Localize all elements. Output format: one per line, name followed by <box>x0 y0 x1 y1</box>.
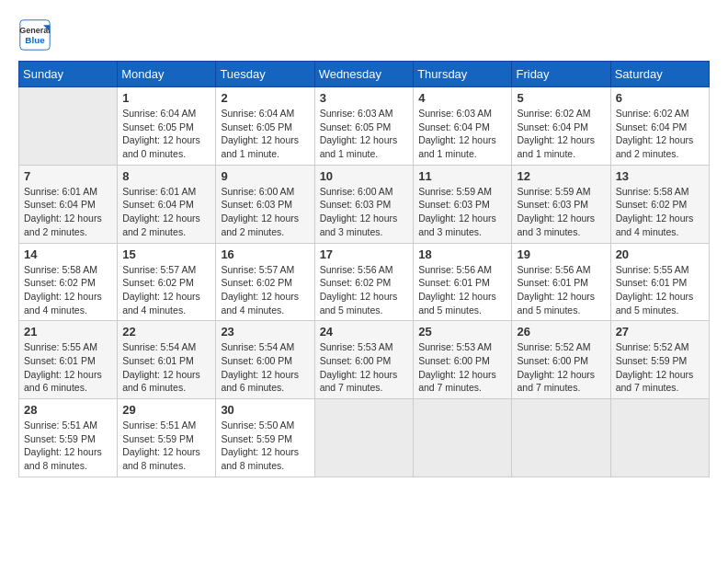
col-header-friday: Friday <box>512 62 610 87</box>
day-number: 27 <box>616 325 704 339</box>
day-info: Sunrise: 5:58 AM Sunset: 6:02 PM Dayligh… <box>24 263 112 317</box>
day-number: 16 <box>221 247 309 261</box>
day-info: Sunrise: 5:56 AM Sunset: 6:01 PM Dayligh… <box>517 263 605 317</box>
calendar-cell: 14Sunrise: 5:58 AM Sunset: 6:02 PM Dayli… <box>19 243 118 321</box>
day-number: 20 <box>616 247 704 261</box>
day-info: Sunrise: 5:58 AM Sunset: 6:02 PM Dayligh… <box>616 185 704 239</box>
svg-text:Blue: Blue <box>25 35 45 45</box>
calendar-cell <box>414 399 512 477</box>
calendar-cell: 26Sunrise: 5:52 AM Sunset: 6:00 PM Dayli… <box>512 321 610 399</box>
calendar-cell: 13Sunrise: 5:58 AM Sunset: 6:02 PM Dayli… <box>610 165 709 243</box>
day-number: 9 <box>221 169 309 183</box>
day-number: 11 <box>418 169 506 183</box>
calendar-table: SundayMondayTuesdayWednesdayThursdayFrid… <box>18 61 710 477</box>
day-number: 6 <box>616 91 704 105</box>
week-row-1: 1Sunrise: 6:04 AM Sunset: 6:05 PM Daylig… <box>19 87 710 166</box>
day-number: 29 <box>122 403 210 417</box>
day-number: 23 <box>221 325 309 339</box>
day-number: 14 <box>24 247 112 261</box>
calendar-cell: 27Sunrise: 5:52 AM Sunset: 5:59 PM Dayli… <box>610 321 709 399</box>
day-info: Sunrise: 6:00 AM Sunset: 6:03 PM Dayligh… <box>320 185 409 239</box>
calendar-cell: 2Sunrise: 6:04 AM Sunset: 6:05 PM Daylig… <box>216 87 314 166</box>
day-info: Sunrise: 6:01 AM Sunset: 6:04 PM Dayligh… <box>24 185 112 239</box>
day-number: 30 <box>221 403 309 417</box>
col-header-sunday: Sunday <box>19 62 118 87</box>
col-header-tuesday: Tuesday <box>216 62 314 87</box>
calendar-cell: 28Sunrise: 5:51 AM Sunset: 5:59 PM Dayli… <box>19 399 118 477</box>
day-number: 25 <box>418 325 506 339</box>
calendar-cell: 5Sunrise: 6:02 AM Sunset: 6:04 PM Daylig… <box>512 87 610 166</box>
week-row-5: 28Sunrise: 5:51 AM Sunset: 5:59 PM Dayli… <box>19 399 710 477</box>
day-info: Sunrise: 5:57 AM Sunset: 6:02 PM Dayligh… <box>122 263 210 317</box>
col-header-saturday: Saturday <box>610 62 709 87</box>
day-number: 13 <box>616 169 704 183</box>
day-number: 17 <box>320 247 409 261</box>
day-info: Sunrise: 6:04 AM Sunset: 6:05 PM Dayligh… <box>221 107 309 161</box>
calendar-cell <box>610 399 709 477</box>
page-header: General Blue <box>18 18 710 52</box>
calendar-cell: 1Sunrise: 6:04 AM Sunset: 6:05 PM Daylig… <box>118 87 216 166</box>
day-info: Sunrise: 5:53 AM Sunset: 6:00 PM Dayligh… <box>320 340 409 395</box>
day-info: Sunrise: 5:55 AM Sunset: 6:01 PM Dayligh… <box>616 263 704 317</box>
day-number: 2 <box>221 91 309 105</box>
week-row-2: 7Sunrise: 6:01 AM Sunset: 6:04 PM Daylig… <box>19 165 710 243</box>
day-info: Sunrise: 5:51 AM Sunset: 5:59 PM Dayligh… <box>122 419 210 473</box>
day-number: 4 <box>418 91 506 105</box>
calendar-header-row: SundayMondayTuesdayWednesdayThursdayFrid… <box>19 62 710 87</box>
day-info: Sunrise: 5:54 AM Sunset: 6:01 PM Dayligh… <box>122 340 210 395</box>
day-number: 5 <box>517 91 605 105</box>
calendar-cell: 15Sunrise: 5:57 AM Sunset: 6:02 PM Dayli… <box>118 243 216 321</box>
day-number: 1 <box>122 91 210 105</box>
calendar-cell: 20Sunrise: 5:55 AM Sunset: 6:01 PM Dayli… <box>610 243 709 321</box>
day-info: Sunrise: 5:50 AM Sunset: 5:59 PM Dayligh… <box>221 419 309 473</box>
calendar-cell: 24Sunrise: 5:53 AM Sunset: 6:00 PM Dayli… <box>314 321 414 399</box>
calendar-cell: 18Sunrise: 5:56 AM Sunset: 6:01 PM Dayli… <box>414 243 512 321</box>
day-info: Sunrise: 5:52 AM Sunset: 6:00 PM Dayligh… <box>517 340 605 395</box>
day-number: 28 <box>24 403 112 417</box>
week-row-4: 21Sunrise: 5:55 AM Sunset: 6:01 PM Dayli… <box>19 321 710 399</box>
col-header-wednesday: Wednesday <box>314 62 414 87</box>
day-number: 12 <box>517 169 605 183</box>
calendar-cell: 3Sunrise: 6:03 AM Sunset: 6:05 PM Daylig… <box>314 87 414 166</box>
calendar-cell: 10Sunrise: 6:00 AM Sunset: 6:03 PM Dayli… <box>314 165 414 243</box>
day-info: Sunrise: 5:55 AM Sunset: 6:01 PM Dayligh… <box>24 340 112 395</box>
day-info: Sunrise: 6:01 AM Sunset: 6:04 PM Dayligh… <box>122 185 210 239</box>
calendar-cell: 9Sunrise: 6:00 AM Sunset: 6:03 PM Daylig… <box>216 165 314 243</box>
day-number: 22 <box>122 325 210 339</box>
calendar-cell: 17Sunrise: 5:56 AM Sunset: 6:02 PM Dayli… <box>314 243 414 321</box>
calendar-cell: 30Sunrise: 5:50 AM Sunset: 5:59 PM Dayli… <box>216 399 314 477</box>
day-info: Sunrise: 5:56 AM Sunset: 6:02 PM Dayligh… <box>320 263 409 317</box>
day-number: 3 <box>320 91 409 105</box>
day-info: Sunrise: 6:03 AM Sunset: 6:04 PM Dayligh… <box>418 107 506 161</box>
day-number: 18 <box>418 247 506 261</box>
calendar-cell: 29Sunrise: 5:51 AM Sunset: 5:59 PM Dayli… <box>118 399 216 477</box>
day-info: Sunrise: 5:51 AM Sunset: 5:59 PM Dayligh… <box>24 419 112 473</box>
day-info: Sunrise: 6:03 AM Sunset: 6:05 PM Dayligh… <box>320 107 409 161</box>
day-info: Sunrise: 5:53 AM Sunset: 6:00 PM Dayligh… <box>418 340 506 395</box>
day-number: 15 <box>122 247 210 261</box>
calendar-cell <box>19 87 118 166</box>
calendar-cell: 23Sunrise: 5:54 AM Sunset: 6:00 PM Dayli… <box>216 321 314 399</box>
day-info: Sunrise: 5:56 AM Sunset: 6:01 PM Dayligh… <box>418 263 506 317</box>
day-info: Sunrise: 5:59 AM Sunset: 6:03 PM Dayligh… <box>517 185 605 239</box>
calendar-cell: 11Sunrise: 5:59 AM Sunset: 6:03 PM Dayli… <box>414 165 512 243</box>
day-info: Sunrise: 5:57 AM Sunset: 6:02 PM Dayligh… <box>221 263 309 317</box>
calendar-cell: 22Sunrise: 5:54 AM Sunset: 6:01 PM Dayli… <box>118 321 216 399</box>
calendar-cell: 7Sunrise: 6:01 AM Sunset: 6:04 PM Daylig… <box>19 165 118 243</box>
calendar-cell: 25Sunrise: 5:53 AM Sunset: 6:00 PM Dayli… <box>414 321 512 399</box>
calendar-cell: 19Sunrise: 5:56 AM Sunset: 6:01 PM Dayli… <box>512 243 610 321</box>
calendar-cell: 12Sunrise: 5:59 AM Sunset: 6:03 PM Dayli… <box>512 165 610 243</box>
calendar-cell: 4Sunrise: 6:03 AM Sunset: 6:04 PM Daylig… <box>414 87 512 166</box>
day-info: Sunrise: 5:59 AM Sunset: 6:03 PM Dayligh… <box>418 185 506 239</box>
calendar-cell: 21Sunrise: 5:55 AM Sunset: 6:01 PM Dayli… <box>19 321 118 399</box>
day-number: 10 <box>320 169 409 183</box>
day-number: 7 <box>24 169 112 183</box>
day-info: Sunrise: 6:02 AM Sunset: 6:04 PM Dayligh… <box>616 107 704 161</box>
day-number: 8 <box>122 169 210 183</box>
calendar-cell <box>512 399 610 477</box>
logo: General Blue <box>18 18 55 52</box>
day-number: 21 <box>24 325 112 339</box>
calendar-cell: 8Sunrise: 6:01 AM Sunset: 6:04 PM Daylig… <box>118 165 216 243</box>
logo-icon: General Blue <box>18 18 51 52</box>
col-header-thursday: Thursday <box>414 62 512 87</box>
